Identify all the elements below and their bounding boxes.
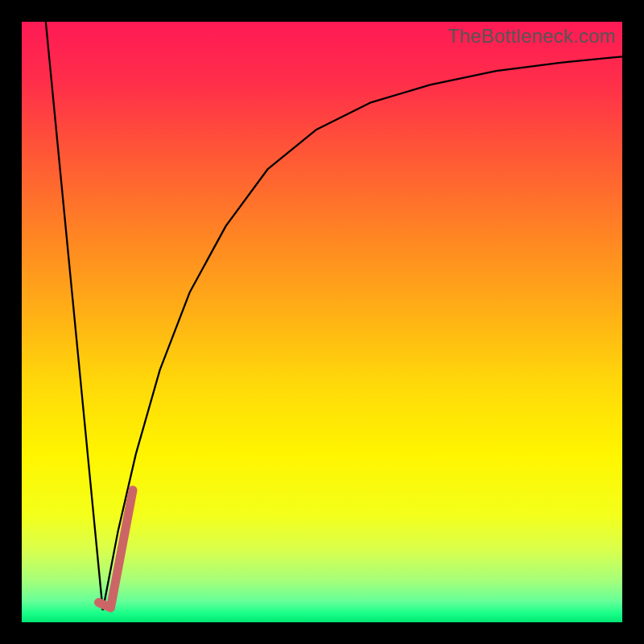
series-bottleneck-curve-right (103, 56, 622, 610)
series-bottleneck-curve-left (46, 22, 103, 610)
chart-lines (22, 22, 622, 622)
series-highlight-segment (98, 490, 133, 608)
chart-frame: TheBottleneck.com (0, 0, 644, 644)
plot-area: TheBottleneck.com (22, 22, 622, 622)
